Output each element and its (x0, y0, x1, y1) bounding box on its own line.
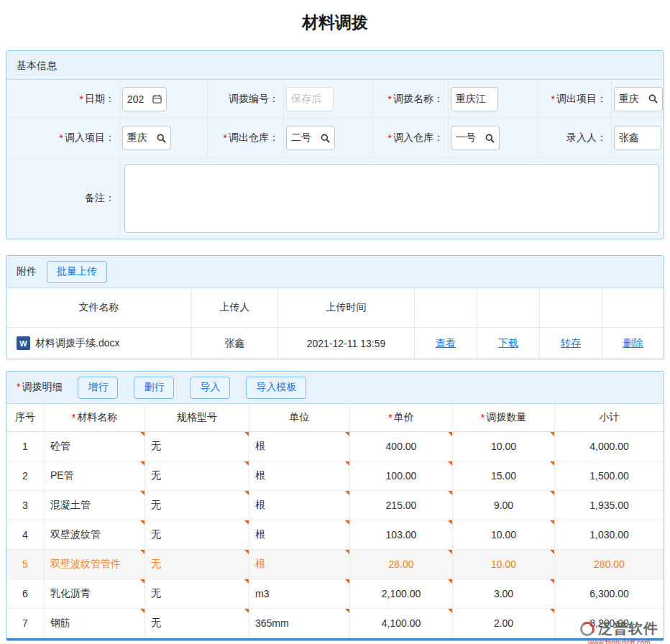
cell-qty[interactable]: 15.00 (452, 461, 554, 490)
cell-material-name[interactable]: 乳化沥青 (44, 579, 144, 608)
column-header-material-name: *材料名称 (44, 404, 144, 432)
search-icon[interactable] (648, 94, 658, 104)
cell-unit[interactable]: 365mm (249, 609, 349, 638)
page-title: 材料调拨 (0, 12, 670, 33)
transfer-no-value: 保存后 (291, 93, 321, 106)
search-icon[interactable] (485, 134, 495, 143)
attachments-table-header: 文件名称 上传人 上传时间 (6, 288, 664, 328)
attachment-upload-time: 2021-12-11 13:59 (277, 328, 414, 359)
cell-qty[interactable]: 3.00 (452, 579, 554, 608)
column-header-action-2 (477, 288, 539, 328)
cell-material-name[interactable]: 双壁波纹管管件 (44, 550, 144, 579)
cell-spec[interactable]: 无 (144, 432, 249, 461)
cell-no: 6 (6, 579, 44, 608)
cell-qty[interactable]: 10.00 (452, 520, 554, 549)
column-header-subtotal: 小计 (554, 404, 664, 432)
out-project-input[interactable]: 重庆 (614, 87, 663, 111)
table-bottom-edge (6, 638, 664, 640)
cell-unit[interactable]: 根 (249, 550, 349, 579)
cell-price[interactable]: 4,100.00 (349, 609, 452, 638)
column-header-qty: *调拨数量 (452, 404, 554, 432)
cell-spec[interactable]: 无 (144, 461, 249, 490)
column-header-action-3 (539, 288, 602, 328)
required-marker: * (551, 93, 555, 105)
out-warehouse-field-cell: 二号 (283, 118, 372, 157)
transfer-details-title-text: 调拨明细 (22, 381, 62, 392)
cell-qty[interactable]: 10.00 (452, 550, 554, 579)
in-project-input[interactable]: 重庆 (122, 126, 171, 150)
view-link[interactable]: 查看 (436, 337, 456, 350)
cell-price[interactable]: 103.00 (349, 520, 452, 549)
download-link[interactable]: 下载 (498, 337, 518, 350)
cell-spec[interactable]: 无 (144, 579, 249, 608)
cell-no: 2 (6, 461, 44, 490)
cell-unit[interactable]: 根 (249, 491, 349, 520)
brand-watermark: 泛普软件 www.fanpusoft.com (580, 619, 658, 644)
save-as-link[interactable]: 转存 (561, 337, 581, 350)
cell-price[interactable]: 215.00 (349, 491, 452, 520)
cell-material-name[interactable]: 砼管 (44, 432, 144, 461)
search-icon[interactable] (321, 134, 330, 143)
search-icon[interactable] (157, 134, 166, 143)
cell-price[interactable]: 100.00 (349, 461, 452, 490)
cell-material-name[interactable]: 混凝土管 (44, 491, 144, 520)
date-value: 202 (127, 93, 144, 105)
cell-price[interactable]: 2,100.00 (349, 579, 452, 608)
cell-qty[interactable]: 2.00 (452, 609, 554, 638)
cell-spec[interactable]: 无 (144, 550, 249, 579)
table-row[interactable]: 7 钢筋 无 365mm 4,100.00 2.00 8,200.00 (6, 609, 664, 638)
cell-spec[interactable]: 无 (144, 609, 249, 638)
out-project-value: 重庆 (619, 93, 639, 106)
cell-subtotal: 1,935.00 (554, 491, 664, 520)
add-row-button[interactable]: 增行 (78, 377, 118, 399)
cell-unit[interactable]: m3 (249, 579, 349, 608)
cell-unit[interactable]: 根 (249, 461, 349, 490)
cell-spec[interactable]: 无 (144, 491, 249, 520)
recorder-field-cell: 张鑫 (611, 118, 664, 157)
cell-price[interactable]: 400.00 (349, 432, 452, 461)
delete-row-button[interactable]: 删行 (134, 377, 174, 399)
out-warehouse-label-text: 调出仓库： (229, 132, 279, 144)
date-input[interactable]: 202 (122, 87, 167, 111)
cell-price[interactable]: 28.00 (349, 550, 452, 579)
cell-spec[interactable]: 无 (144, 520, 249, 549)
out-warehouse-value: 二号 (291, 132, 311, 144)
cell-no: 7 (6, 609, 44, 638)
delete-link[interactable]: 删除 (623, 337, 643, 350)
cell-material-name[interactable]: PE管 (44, 461, 144, 490)
in-project-value: 重庆 (127, 132, 147, 144)
table-row[interactable]: 6 乳化沥青 无 m3 2,100.00 3.00 6,300.00 (6, 579, 664, 609)
remark-textarea[interactable] (124, 164, 659, 233)
batch-upload-button[interactable]: 批量上传 (47, 261, 107, 283)
transfer-no-label: 调拨编号： (207, 80, 283, 118)
basic-info-panel: 基本信息 * 日期： 202 调拨编号： 保存后 (6, 50, 664, 239)
cell-no: 3 (6, 491, 44, 520)
table-row[interactable]: 2 PE管 无 根 100.00 15.00 1,500.00 (6, 461, 664, 491)
out-warehouse-input[interactable]: 二号 (286, 126, 335, 150)
cell-material-name[interactable]: 钢筋 (44, 609, 144, 638)
cell-unit[interactable]: 根 (249, 432, 349, 461)
table-row[interactable]: 4 双壁波纹管 无 根 103.00 10.00 1,030.00 (6, 520, 664, 550)
transfer-name-input[interactable]: 重庆江 (451, 87, 498, 111)
table-row[interactable]: 3 混凝土管 无 根 215.00 9.00 1,935.00 (6, 491, 664, 520)
table-row-selected[interactable]: 5 双壁波纹管管件 无 根 28.00 10.00 280.00 (6, 550, 664, 579)
page: 材料调拨 基本信息 * 日期： 202 调拨编号： 保存后 (0, 12, 670, 644)
table-row[interactable]: 1 砼管 无 根 400.00 10.00 4,000.00 (6, 432, 664, 461)
import-template-button[interactable]: 导入模板 (246, 377, 306, 399)
in-warehouse-input[interactable]: 一号 (451, 126, 500, 150)
in-project-label-text: 调入项目： (65, 132, 115, 144)
import-button[interactable]: 导入 (190, 377, 230, 399)
recorder-label: 录入人： (538, 118, 611, 157)
calendar-icon[interactable] (152, 94, 162, 104)
cell-qty[interactable]: 9.00 (452, 491, 554, 520)
attachment-file-name: 材料调拨手续.docx (35, 337, 119, 350)
attachments-header: 附件 批量上传 (6, 256, 664, 288)
cell-unit[interactable]: 根 (249, 520, 349, 549)
cell-material-name[interactable]: 双壁波纹管 (44, 520, 144, 549)
recorder-input[interactable]: 张鑫 (614, 126, 661, 150)
cell-qty[interactable]: 10.00 (452, 432, 554, 461)
required-marker: * (481, 412, 485, 423)
cell-subtotal: 1,030.00 (554, 520, 664, 549)
attachment-uploader: 张鑫 (191, 328, 277, 359)
out-warehouse-label: * 调出仓库： (207, 118, 283, 157)
